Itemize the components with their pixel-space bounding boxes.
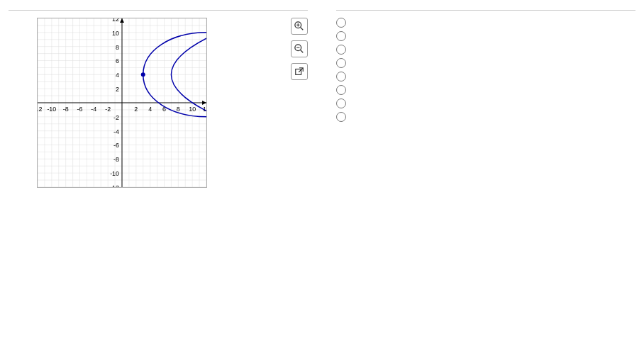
choice-f[interactable] [336,85,635,95]
svg-text:-4: -4 [91,106,96,113]
svg-text:6: 6 [116,57,119,64]
svg-text:-12: -12 [110,184,119,188]
zoom-in-icon [294,21,304,31]
svg-text:12: 12 [112,18,119,23]
radio-e[interactable] [336,72,346,81]
svg-text:4: 4 [148,106,152,113]
choice-h[interactable] [336,112,635,122]
svg-text:-4: -4 [113,128,119,135]
svg-line-78 [301,28,304,30]
choices-list [336,18,635,122]
graph-area: -12-10-8-6-4-2 24681012 12108642 -2-4-6-… [9,18,308,190]
svg-rect-84 [296,69,301,75]
svg-point-76 [141,72,145,77]
popout-icon [294,67,304,77]
svg-text:2: 2 [116,86,119,93]
svg-marker-51 [120,18,124,23]
radio-c[interactable] [336,45,346,55]
zoom-out-button[interactable] [291,40,308,57]
choice-d[interactable] [336,58,635,68]
popout-button[interactable] [291,63,308,80]
svg-text:-8: -8 [113,156,119,163]
zoom-in-button[interactable] [291,18,308,35]
svg-text:-10: -10 [47,106,56,113]
radio-g[interactable] [336,98,346,108]
svg-text:10: 10 [189,106,196,113]
svg-text:-2: -2 [105,106,111,113]
radio-h[interactable] [336,112,346,122]
choice-e[interactable] [336,72,635,81]
choice-g[interactable] [336,98,635,108]
svg-text:10: 10 [112,30,119,37]
svg-text:-8: -8 [63,106,69,113]
svg-marker-50 [202,101,206,105]
svg-text:-2: -2 [113,114,119,121]
svg-text:4: 4 [116,72,119,79]
zoom-out-icon [294,44,304,54]
svg-text:2: 2 [134,106,138,113]
radio-a[interactable] [336,18,346,28]
svg-text:8: 8 [116,44,119,51]
svg-text:-6: -6 [77,106,83,113]
choice-c[interactable] [336,45,635,55]
svg-text:-10: -10 [110,170,119,177]
radio-f[interactable] [336,85,346,95]
choice-b[interactable] [336,31,635,41]
svg-text:8: 8 [177,106,180,113]
choice-prompt [336,6,635,11]
svg-line-82 [301,50,304,53]
svg-text:-6: -6 [113,142,119,149]
choice-a[interactable] [336,18,635,28]
parabola-graph: -12-10-8-6-4-2 24681012 12108642 -2-4-6-… [37,18,207,188]
svg-text:-12: -12 [37,106,42,113]
question-text [9,6,308,11]
radio-d[interactable] [336,58,346,68]
radio-b[interactable] [336,31,346,41]
